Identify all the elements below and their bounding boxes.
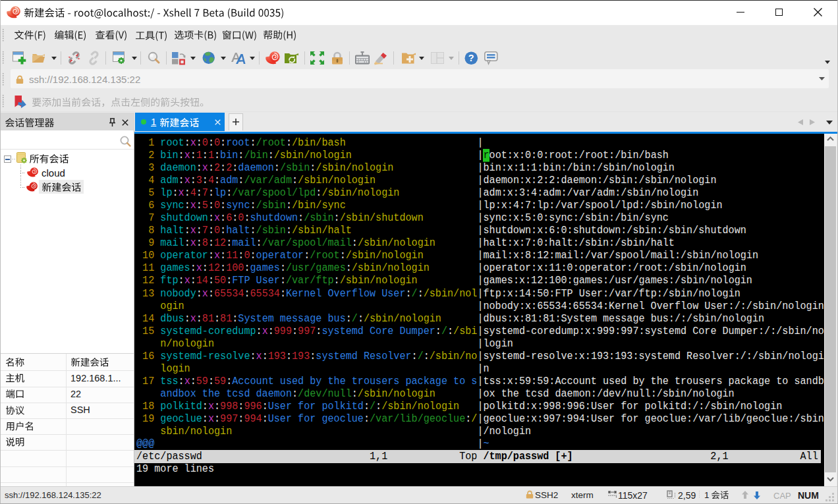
svg-text:?: ?	[468, 53, 474, 63]
